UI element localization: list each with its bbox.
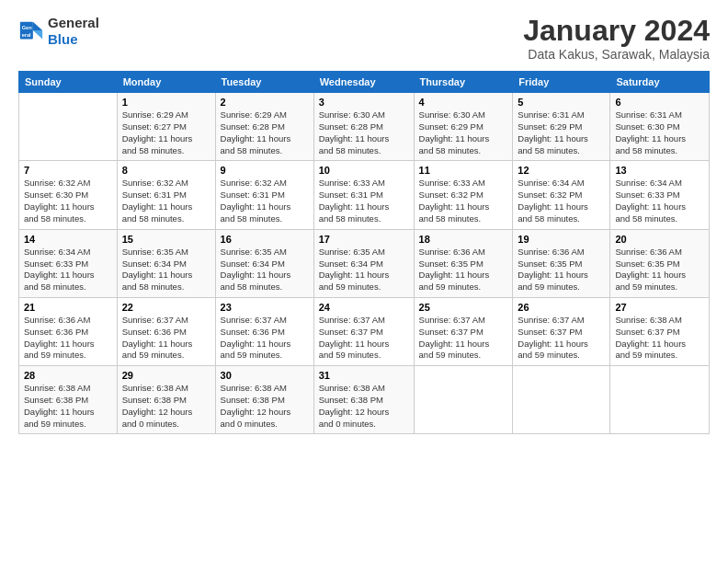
col-tuesday: Tuesday <box>215 72 313 93</box>
svg-text:eral: eral <box>22 32 31 38</box>
col-saturday: Saturday <box>610 72 710 93</box>
day-cell <box>610 366 710 434</box>
title-block: January 2024 Data Kakus, Sarawak, Malays… <box>523 15 710 62</box>
svg-marker-0 <box>33 22 42 30</box>
day-cell: 13Sunrise: 6:34 AM Sunset: 6:33 PM Dayli… <box>610 161 710 229</box>
week-row-1: 1Sunrise: 6:29 AM Sunset: 6:27 PM Daylig… <box>19 93 710 161</box>
day-number: 19 <box>518 234 605 245</box>
day-cell: 10Sunrise: 6:33 AM Sunset: 6:31 PM Dayli… <box>313 161 414 229</box>
day-cell: 29Sunrise: 6:38 AM Sunset: 6:38 PM Dayli… <box>117 366 215 434</box>
day-info: Sunrise: 6:35 AM Sunset: 6:34 PM Dayligh… <box>319 247 409 293</box>
day-info: Sunrise: 6:38 AM Sunset: 6:37 PM Dayligh… <box>615 315 704 362</box>
day-cell: 24Sunrise: 6:37 AM Sunset: 6:37 PM Dayli… <box>313 297 414 365</box>
day-cell: 2Sunrise: 6:29 AM Sunset: 6:28 PM Daylig… <box>215 93 313 161</box>
calendar-title: January 2024 <box>523 15 710 47</box>
day-cell: 8Sunrise: 6:32 AM Sunset: 6:31 PM Daylig… <box>117 161 215 229</box>
col-thursday: Thursday <box>414 72 513 93</box>
day-info: Sunrise: 6:37 AM Sunset: 6:36 PM Dayligh… <box>221 315 309 362</box>
day-cell: 6Sunrise: 6:31 AM Sunset: 6:30 PM Daylig… <box>610 93 710 161</box>
day-info: Sunrise: 6:34 AM Sunset: 6:32 PM Dayligh… <box>518 178 605 224</box>
day-number: 27 <box>615 302 704 313</box>
day-number: 22 <box>122 302 210 313</box>
day-info: Sunrise: 6:36 AM Sunset: 6:36 PM Dayligh… <box>24 315 112 362</box>
day-number: 17 <box>319 234 409 245</box>
day-number: 9 <box>221 165 309 176</box>
day-info: Sunrise: 6:36 AM Sunset: 6:35 PM Dayligh… <box>518 247 605 293</box>
day-number: 16 <box>221 234 309 245</box>
logo: Gen eral General Blue <box>18 15 99 48</box>
day-cell: 17Sunrise: 6:35 AM Sunset: 6:34 PM Dayli… <box>313 229 414 297</box>
day-cell: 9Sunrise: 6:32 AM Sunset: 6:31 PM Daylig… <box>215 161 313 229</box>
day-number: 20 <box>615 234 704 245</box>
col-monday: Monday <box>117 72 215 93</box>
day-cell: 14Sunrise: 6:34 AM Sunset: 6:33 PM Dayli… <box>19 229 118 297</box>
header: Gen eral General Blue January 2024 Data … <box>18 15 710 62</box>
day-number: 25 <box>419 302 508 313</box>
day-number: 31 <box>319 370 409 381</box>
day-info: Sunrise: 6:32 AM Sunset: 6:30 PM Dayligh… <box>24 178 112 224</box>
day-info: Sunrise: 6:32 AM Sunset: 6:31 PM Dayligh… <box>122 178 210 224</box>
logo-line2: Blue <box>48 31 99 48</box>
day-cell: 19Sunrise: 6:36 AM Sunset: 6:35 PM Dayli… <box>513 229 610 297</box>
day-cell: 3Sunrise: 6:30 AM Sunset: 6:28 PM Daylig… <box>313 93 414 161</box>
week-row-2: 7Sunrise: 6:32 AM Sunset: 6:30 PM Daylig… <box>19 161 710 229</box>
day-info: Sunrise: 6:36 AM Sunset: 6:35 PM Dayligh… <box>419 247 508 293</box>
logo-line1: General <box>48 15 99 31</box>
day-info: Sunrise: 6:38 AM Sunset: 6:38 PM Dayligh… <box>319 383 409 430</box>
calendar-body: 1Sunrise: 6:29 AM Sunset: 6:27 PM Daylig… <box>19 93 710 434</box>
day-cell: 22Sunrise: 6:37 AM Sunset: 6:36 PM Dayli… <box>117 297 215 365</box>
day-info: Sunrise: 6:38 AM Sunset: 6:38 PM Dayligh… <box>122 383 210 430</box>
logo-icon: Gen eral <box>18 18 44 44</box>
day-cell <box>513 366 610 434</box>
day-number: 15 <box>122 234 210 245</box>
day-info: Sunrise: 6:38 AM Sunset: 6:38 PM Dayligh… <box>24 383 112 430</box>
day-number: 1 <box>122 97 210 108</box>
day-info: Sunrise: 6:35 AM Sunset: 6:34 PM Dayligh… <box>221 247 309 293</box>
day-cell: 21Sunrise: 6:36 AM Sunset: 6:36 PM Dayli… <box>19 297 118 365</box>
day-number: 7 <box>24 165 112 176</box>
day-cell: 7Sunrise: 6:32 AM Sunset: 6:30 PM Daylig… <box>19 161 118 229</box>
day-cell: 30Sunrise: 6:38 AM Sunset: 6:38 PM Dayli… <box>215 366 313 434</box>
day-number: 26 <box>518 302 605 313</box>
day-info: Sunrise: 6:36 AM Sunset: 6:35 PM Dayligh… <box>615 247 704 293</box>
day-cell: 4Sunrise: 6:30 AM Sunset: 6:29 PM Daylig… <box>414 93 513 161</box>
week-row-4: 21Sunrise: 6:36 AM Sunset: 6:36 PM Dayli… <box>19 297 710 365</box>
day-number: 12 <box>518 165 605 176</box>
day-number: 23 <box>221 302 309 313</box>
day-cell: 28Sunrise: 6:38 AM Sunset: 6:38 PM Dayli… <box>19 366 118 434</box>
day-number: 10 <box>319 165 409 176</box>
week-row-5: 28Sunrise: 6:38 AM Sunset: 6:38 PM Dayli… <box>19 366 710 434</box>
day-info: Sunrise: 6:37 AM Sunset: 6:36 PM Dayligh… <box>122 315 210 362</box>
day-info: Sunrise: 6:30 AM Sunset: 6:29 PM Dayligh… <box>419 109 508 156</box>
day-info: Sunrise: 6:33 AM Sunset: 6:32 PM Dayligh… <box>419 178 508 224</box>
day-cell: 1Sunrise: 6:29 AM Sunset: 6:27 PM Daylig… <box>117 93 215 161</box>
day-number: 28 <box>24 370 112 381</box>
day-info: Sunrise: 6:31 AM Sunset: 6:29 PM Dayligh… <box>518 109 605 156</box>
day-number: 14 <box>24 234 112 245</box>
day-cell: 12Sunrise: 6:34 AM Sunset: 6:32 PM Dayli… <box>513 161 610 229</box>
col-friday: Friday <box>513 72 610 93</box>
day-cell: 20Sunrise: 6:36 AM Sunset: 6:35 PM Dayli… <box>610 229 710 297</box>
day-number: 21 <box>24 302 112 313</box>
day-cell: 23Sunrise: 6:37 AM Sunset: 6:36 PM Dayli… <box>215 297 313 365</box>
day-number: 2 <box>221 97 309 108</box>
day-cell: 18Sunrise: 6:36 AM Sunset: 6:35 PM Dayli… <box>414 229 513 297</box>
day-number: 29 <box>122 370 210 381</box>
day-cell: 16Sunrise: 6:35 AM Sunset: 6:34 PM Dayli… <box>215 229 313 297</box>
col-sunday: Sunday <box>19 72 118 93</box>
svg-marker-1 <box>33 30 42 39</box>
logo-text-block: General Blue <box>48 15 99 48</box>
day-number: 3 <box>319 97 409 108</box>
day-info: Sunrise: 6:33 AM Sunset: 6:31 PM Dayligh… <box>319 178 409 224</box>
day-number: 6 <box>615 97 704 108</box>
day-number: 4 <box>419 97 508 108</box>
day-cell: 15Sunrise: 6:35 AM Sunset: 6:34 PM Dayli… <box>117 229 215 297</box>
day-info: Sunrise: 6:29 AM Sunset: 6:27 PM Dayligh… <box>122 109 210 156</box>
day-info: Sunrise: 6:31 AM Sunset: 6:30 PM Dayligh… <box>615 109 704 156</box>
day-number: 24 <box>319 302 409 313</box>
day-cell: 5Sunrise: 6:31 AM Sunset: 6:29 PM Daylig… <box>513 93 610 161</box>
day-info: Sunrise: 6:34 AM Sunset: 6:33 PM Dayligh… <box>615 178 704 224</box>
day-number: 13 <box>615 165 704 176</box>
day-cell: 27Sunrise: 6:38 AM Sunset: 6:37 PM Dayli… <box>610 297 710 365</box>
day-info: Sunrise: 6:37 AM Sunset: 6:37 PM Dayligh… <box>419 315 508 362</box>
